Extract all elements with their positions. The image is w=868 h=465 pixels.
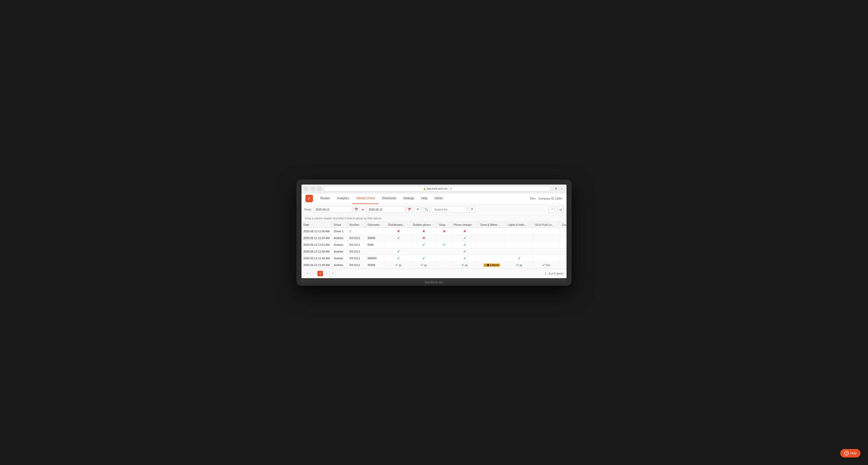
- cell-check[interactable]: ✓: [560, 262, 566, 268]
- col-coupling[interactable]: Coupling Sec... ⋮: [560, 222, 566, 228]
- help-button[interactable]: ? Help: [840, 449, 861, 458]
- check-icon: ✓: [397, 250, 400, 254]
- cell-check[interactable]: ✓: [452, 255, 478, 262]
- cell-check[interactable]: ✓: [437, 241, 452, 248]
- page-1-button[interactable]: 1: [317, 271, 323, 276]
- cell-date: 2020.06.12 11:49 AM: [302, 262, 332, 268]
- search-input[interactable]: [432, 206, 467, 213]
- cell-cross[interactable]: ✕: [411, 228, 437, 234]
- nav-item-admin[interactable]: Admin: [431, 193, 446, 204]
- cell-empty: [478, 234, 505, 241]
- check-icon: ✓: [463, 243, 466, 247]
- col-phone-charger[interactable]: Phone charger ⋮: [452, 222, 478, 228]
- cell-cross[interactable]: ✕: [411, 234, 437, 241]
- nav-item-settings[interactable]: Settings: [400, 193, 417, 204]
- page-last-button[interactable]: »: [330, 271, 336, 276]
- cell-check[interactable]: ✓: [452, 234, 478, 241]
- table-row[interactable]: 2020.06.12 11:56 AM Driver 1 1 ✕ ✕ ✕ ✕: [302, 228, 566, 234]
- check-icon: ✓: [518, 256, 521, 260]
- cell-check[interactable]: ✓: [386, 255, 411, 262]
- col-disinfectant[interactable]: Disinfectant... ⋮: [386, 222, 411, 228]
- refresh-button[interactable]: ↻: [415, 206, 421, 213]
- reload-icon[interactable]: ↺: [450, 187, 452, 190]
- table-row[interactable]: 2020.06.12 11:51 AM Andrew DS 9111 5666 …: [302, 241, 566, 248]
- browser-back-button[interactable]: ‹: [304, 187, 308, 191]
- cell-empty: [560, 234, 566, 241]
- to-calendar-icon[interactable]: 📅: [406, 206, 413, 213]
- clock-button[interactable]: ⏱: [469, 206, 475, 213]
- cell-driver: Andrew: [332, 262, 347, 268]
- browser-forward-button[interactable]: ›: [310, 187, 315, 191]
- col-tyres-wheels[interactable]: Tyres & Whee... ⋮: [478, 222, 505, 228]
- company-id-selector[interactable]: Company ID 1258: [538, 197, 563, 200]
- col-drag-icon: ⋮: [433, 224, 435, 226]
- cross-icon: ✕: [422, 229, 425, 233]
- laptop-screen: ‹ › ⬜ 🔒 app.track-pod.com ↺ ⬆ ＋ ✓ Routes…: [301, 184, 567, 279]
- col-number[interactable]: Number ⋮: [347, 222, 366, 228]
- cell-cross[interactable]: ✕: [386, 228, 411, 234]
- cell-cross[interactable]: ✕: [437, 228, 452, 234]
- browser-url-bar[interactable]: 🔒 app.track-pod.com ↺: [323, 186, 552, 192]
- from-date-input[interactable]: [314, 206, 352, 213]
- share-icon[interactable]: ⬆: [554, 187, 558, 191]
- cell-odometer: 5666: [366, 241, 386, 248]
- page-first-button[interactable]: «: [305, 271, 310, 276]
- to-date-group: 📅: [367, 206, 413, 213]
- add-bookmark-icon[interactable]: ＋: [560, 187, 564, 191]
- cell-check[interactable]: ✓: [452, 241, 478, 248]
- browser-actions: ⬆ ＋: [554, 187, 564, 191]
- col-odometer[interactable]: Odometer ⋮: [366, 222, 386, 228]
- cell-empty: [533, 228, 560, 234]
- table-row[interactable]: 2020.06.12 11:49 AM Andrew DS 9111 35689…: [302, 262, 566, 268]
- check-icon: ✓: [516, 263, 519, 267]
- company-chevron-icon: [561, 197, 563, 200]
- cell-check[interactable]: ✓: [386, 234, 411, 241]
- nav-item-directories[interactable]: Directories: [378, 193, 400, 204]
- table-row[interactable]: 2020.06.12 11:50 AM Andrew DS 9111 ✓ ✓: [302, 248, 566, 255]
- page-prev-button[interactable]: ‹: [311, 271, 317, 276]
- table-row[interactable]: 2020.06.12 11:49 AM Andrew DS 9111 39000…: [302, 255, 566, 262]
- from-calendar-icon[interactable]: 📅: [353, 206, 360, 213]
- cell-check[interactable]: ✓: [411, 255, 437, 262]
- group-by-banner: Drag a column header and drop it here to…: [302, 215, 566, 222]
- cell-date: 2020.06.12 11:54 AM: [302, 234, 332, 241]
- nav-item-routes[interactable]: Routes: [317, 193, 334, 204]
- table-row[interactable]: 2020.06.12 11:54 AM Andrew DS 9111 39999…: [302, 234, 566, 241]
- cell-check[interactable]: ✓: [411, 241, 437, 248]
- cross-icon: ✕: [463, 229, 466, 233]
- to-date-input[interactable]: [367, 206, 405, 213]
- cell-cross[interactable]: ✕: [452, 228, 478, 234]
- app-logo[interactable]: ✓: [305, 195, 313, 202]
- nav-item-vehicle-check[interactable]: Vehicle Check: [352, 193, 378, 204]
- col-drag-icon: ⋮: [556, 224, 558, 226]
- pagination-controls: « ‹ 1 › »: [305, 271, 336, 276]
- cell-badge-img[interactable]: ✓🖼 1.6inch: [478, 262, 505, 268]
- col-driver[interactable]: Driver ⋮: [332, 222, 347, 228]
- cell-check-img[interactable]: ✓🖼: [452, 262, 478, 268]
- export-csv-button[interactable]: 📄: [549, 206, 555, 213]
- col-soap[interactable]: Soap ⋮: [437, 222, 452, 228]
- cross-icon: ✕: [443, 229, 446, 233]
- col-rubber-gloves[interactable]: Rubber gloves ⋮: [411, 222, 437, 228]
- cell-check[interactable]: ✓: [386, 248, 411, 255]
- nav-item-analytics[interactable]: Analytics: [334, 193, 352, 204]
- cell-empty: [560, 248, 566, 255]
- nav-item-help[interactable]: Help: [418, 193, 431, 204]
- cell-check-img[interactable]: ✓🖼: [411, 262, 437, 268]
- col-date[interactable]: Date ⋮: [302, 222, 332, 228]
- search-button[interactable]: 🔍: [423, 206, 430, 213]
- cell-check-75[interactable]: ✓75%: [533, 262, 560, 268]
- cell-empty: [478, 248, 505, 255]
- to-label: to:: [362, 208, 365, 211]
- col-oil[interactable]: Oil & Fluid Le... ⋮: [533, 222, 560, 228]
- browser-tabs-icon[interactable]: ⬜: [317, 187, 321, 191]
- cell-check[interactable]: ✓: [506, 255, 533, 262]
- cell-date: 2020.06.12 11:49 AM: [302, 255, 332, 262]
- cell-check[interactable]: ✓: [452, 248, 478, 255]
- col-lights[interactable]: Lights & Indic... ⋮: [506, 222, 533, 228]
- cell-check-img[interactable]: ✓🖼: [506, 262, 533, 268]
- cell-check-img[interactable]: ✓🖼: [386, 262, 411, 268]
- language-selector[interactable]: EN: [530, 197, 535, 200]
- export-xls-button[interactable]: 📊: [557, 206, 564, 213]
- page-next-button[interactable]: ›: [324, 271, 329, 276]
